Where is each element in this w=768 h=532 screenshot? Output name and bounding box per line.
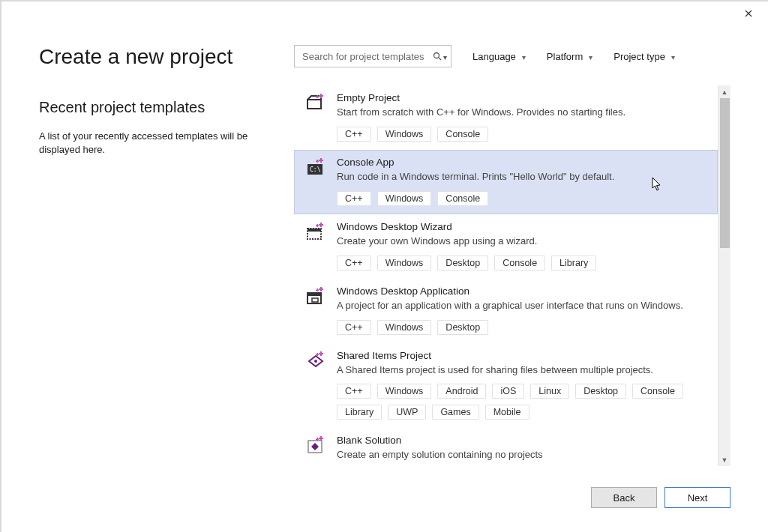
template-tag: Console xyxy=(494,256,545,270)
recent-description: A list of your recently accessed templat… xyxy=(39,130,249,156)
template-tag: Windows xyxy=(377,127,432,142)
empty-project-icon xyxy=(305,94,326,115)
template-tag: Desktop xyxy=(437,256,488,270)
template-tag: C++ xyxy=(337,320,371,335)
template-tag: Console xyxy=(437,191,488,206)
template-name: Shared Items Project xyxy=(337,350,706,361)
chevron-down-icon xyxy=(671,51,675,62)
svg-rect-14 xyxy=(308,229,321,232)
template-tag: Mobile xyxy=(485,405,530,420)
chevron-down-icon xyxy=(589,51,592,62)
search-icon[interactable] xyxy=(433,52,442,61)
template-tag: Library xyxy=(337,405,382,420)
svg-rect-28 xyxy=(319,353,323,354)
svg-rect-10 xyxy=(319,160,323,161)
template-tag: UWP xyxy=(388,405,426,420)
template-item[interactable]: Blank SolutionCreate an empty solution c… xyxy=(294,428,718,466)
svg-text:C:\: C:\ xyxy=(310,166,321,173)
svg-rect-2 xyxy=(308,100,321,109)
recent-heading: Recent project templates xyxy=(39,99,272,116)
template-tag: Windows xyxy=(377,320,432,335)
template-item[interactable]: Windows Desktop ApplicationA project for… xyxy=(294,279,718,343)
shared-project-icon xyxy=(305,351,326,372)
scroll-up-icon[interactable]: ▲ xyxy=(718,85,730,98)
template-name: Empty Project xyxy=(337,92,706,103)
template-tags: C++WindowsConsole xyxy=(337,127,706,142)
template-item[interactable]: Empty ProjectStart from scratch with C++… xyxy=(294,85,718,150)
template-item[interactable]: C:\Console AppRun code in a Windows term… xyxy=(294,150,718,214)
scroll-down-icon[interactable]: ▼ xyxy=(718,453,730,466)
project-type-filter-label: Project type xyxy=(614,51,665,62)
svg-rect-23 xyxy=(319,288,323,290)
template-tag: Console xyxy=(437,127,488,142)
wizard-project-icon xyxy=(305,223,326,244)
template-description: Create your own Windows app using a wiza… xyxy=(337,235,706,248)
template-description: Create an empty solution containing no p… xyxy=(337,449,706,462)
template-item[interactable]: Windows Desktop WizardCreate your own Wi… xyxy=(294,214,718,279)
template-item[interactable]: Shared Items ProjectA Shared Items proje… xyxy=(294,343,718,429)
svg-line-1 xyxy=(439,58,441,60)
svg-rect-33 xyxy=(319,438,323,439)
template-description: A project for an application with a grap… xyxy=(337,300,706,312)
template-tags: C++WindowsDesktopConsoleLibrary xyxy=(337,256,706,270)
chevron-down-icon xyxy=(522,51,526,62)
svg-rect-18 xyxy=(316,225,319,226)
template-tag: Library xyxy=(551,256,596,270)
scrollbar[interactable]: ▲ ▼ xyxy=(718,85,730,466)
svg-rect-4 xyxy=(319,95,323,97)
template-tag: Windows xyxy=(377,384,432,399)
template-description: Start from scratch with C++ for Windows.… xyxy=(337,106,706,119)
template-tag: iOS xyxy=(492,384,524,399)
template-tag: C++ xyxy=(337,256,371,270)
template-tag: C++ xyxy=(337,191,371,206)
svg-rect-30 xyxy=(316,354,319,355)
template-name: Blank Solution xyxy=(337,435,706,446)
svg-rect-12 xyxy=(316,160,319,162)
svg-rect-35 xyxy=(316,439,319,441)
svg-point-26 xyxy=(314,360,317,363)
language-filter-label: Language xyxy=(472,51,516,62)
project-type-filter[interactable]: Project type xyxy=(614,51,675,62)
template-name: Console App xyxy=(337,157,706,168)
template-list: Empty ProjectStart from scratch with C++… xyxy=(294,85,718,466)
template-tag: Linux xyxy=(530,384,569,399)
template-description: Run code in a Windows terminal. Prints "… xyxy=(337,171,706,184)
template-tag: Windows xyxy=(377,256,432,270)
search-box[interactable] xyxy=(294,45,452,67)
search-dropdown-icon[interactable] xyxy=(443,51,447,62)
svg-rect-16 xyxy=(319,224,323,226)
platform-filter-label: Platform xyxy=(547,51,583,62)
platform-filter[interactable]: Platform xyxy=(547,51,592,62)
template-tag: Desktop xyxy=(437,320,488,335)
template-description: A Shared Items project is used for shari… xyxy=(337,364,706,377)
template-tag: Desktop xyxy=(575,384,626,399)
template-name: Windows Desktop Wizard xyxy=(337,221,706,232)
svg-point-0 xyxy=(434,53,440,58)
template-tags: C++WindowsConsole xyxy=(337,191,706,206)
close-button[interactable] xyxy=(736,4,760,22)
template-tag: Games xyxy=(432,405,478,420)
svg-rect-6 xyxy=(316,97,319,98)
page-title: Create a new project xyxy=(39,45,272,69)
template-tag: Android xyxy=(437,384,486,399)
template-tag: C++ xyxy=(337,384,371,399)
template-name: Windows Desktop Application xyxy=(337,285,706,297)
svg-rect-21 xyxy=(312,298,318,302)
console-project-icon: C:\ xyxy=(305,158,326,179)
svg-rect-25 xyxy=(316,289,319,291)
template-tags: C++WindowsDesktop xyxy=(337,320,706,335)
desktop-project-icon xyxy=(305,287,326,308)
scroll-thumb[interactable] xyxy=(720,98,730,248)
template-tag: Console xyxy=(632,384,683,399)
template-tag: C++ xyxy=(337,127,371,142)
close-icon xyxy=(745,10,752,17)
solution-project-icon xyxy=(305,436,326,457)
back-button[interactable]: Back xyxy=(591,487,657,508)
template-tag: Windows xyxy=(377,191,432,206)
svg-rect-20 xyxy=(308,293,321,296)
next-button[interactable]: Next xyxy=(664,487,730,508)
template-tags: C++WindowsAndroidiOSLinuxDesktopConsoleL… xyxy=(337,384,706,420)
search-input[interactable] xyxy=(301,50,430,63)
language-filter[interactable]: Language xyxy=(472,51,526,62)
